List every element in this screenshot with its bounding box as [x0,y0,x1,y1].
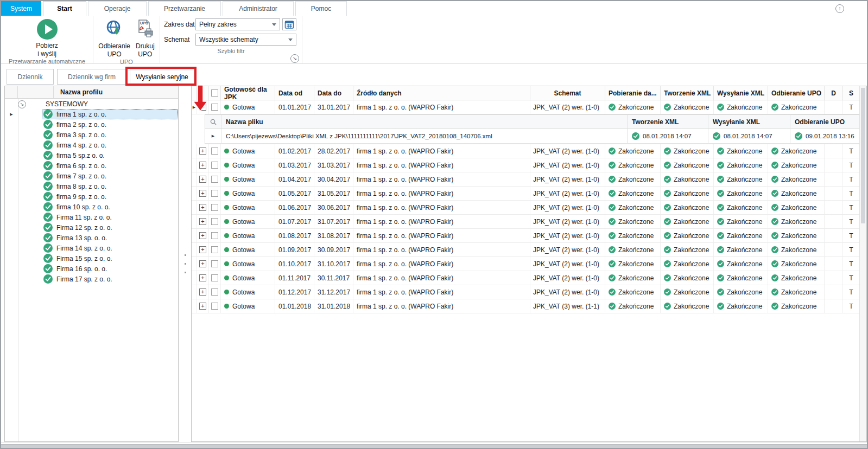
tab-przetwarzanie[interactable]: Przetwarzanie [148,1,221,16]
row-checkbox[interactable] [211,303,218,310]
profile-row[interactable]: Firma 16 sp. o. o. [5,264,178,274]
wysylanie-status-cell: Zakończone [714,257,768,271]
grid-row[interactable]: +Gotowa01.04.201730.04.2017firma 1 sp. z… [192,172,859,187]
profile-row[interactable]: firma 8 sp. z o. o. [5,181,178,191]
profile-row[interactable]: Firma 11 sp. z o. o. [5,212,178,222]
grid-row[interactable]: ▶−Gotowa01.01.201731.01.2017firma 1 sp. … [192,100,859,114]
grid-row[interactable]: +Gotowa01.07.201731.07.2017firma 1 sp. z… [192,215,859,229]
expand-row-button[interactable]: + [199,246,206,253]
wysylanie-status-cell: Zakończone [714,271,768,285]
panel-splitter[interactable] [179,86,191,442]
schemat-combobox[interactable]: Wszystkie schematy [195,34,296,46]
select-all-checkbox[interactable] [211,89,218,97]
profile-group-row[interactable]: ↘ SYSTEMOWY [5,99,178,109]
column-header-nazwa-pliku[interactable]: Nazwa pliku [221,115,628,129]
group-collapse-icon[interactable]: ↘ [18,100,26,108]
grid-row[interactable]: +Gotowa01.01.201831.01.2018firma 1 sp. z… [192,299,859,313]
column-header-odbieranie[interactable]: Odbieranie UPO [768,86,825,100]
profile-row[interactable]: firma 10 sp. z o. o. [5,202,178,212]
grid-row[interactable]: +Gotowa01.06.201730.06.2017firma 1 sp. z… [192,201,859,215]
grid-row[interactable]: +Gotowa01.10.201731.10.2017firma 1 sp. z… [192,257,859,271]
column-header-d[interactable]: D [825,86,843,100]
row-checkbox[interactable] [211,104,218,111]
pobierz-i-wyslij-button[interactable]: Pobierzi wyślij [36,19,58,58]
profile-row[interactable]: Firma 14 sp. z o. o. [5,243,178,253]
column-header-s[interactable]: S [843,86,859,100]
ribbon-collapse-icon[interactable]: ↑ [835,4,844,13]
column-header-detail-tworzenie[interactable]: Tworzenie XML [628,115,708,129]
zakres-dat-combobox[interactable]: Pełny zakres [195,18,280,30]
expand-row-button[interactable]: + [199,162,206,169]
row-checkbox[interactable] [211,190,218,197]
grid-row[interactable]: +Gotowa01.05.201731.05.2017firma 1 sp. z… [192,187,859,201]
expand-row-button[interactable]: + [199,260,206,267]
expand-row-button[interactable]: + [199,176,206,183]
profile-row[interactable]: firma 2 sp. z o. o. [5,119,178,130]
profile-row[interactable]: Firma 17 sp. z o. o. [5,274,178,284]
column-header-gotowosc[interactable]: Gotowość dla JPK [221,86,275,100]
profile-row[interactable]: firma 4 sp. z o. o. [5,140,178,150]
expand-row-button[interactable]: + [199,288,206,296]
expand-row-button[interactable]: + [199,274,206,281]
grid-row[interactable]: +Gotowa01.11.201730.11.2017firma 1 sp. z… [192,271,859,285]
row-checkbox[interactable] [211,246,218,253]
column-header-data-do[interactable]: Data do [314,86,353,100]
column-header-wysylanie[interactable]: Wysyłanie XML [714,86,768,100]
grid-row[interactable]: +Gotowa01.09.201730.09.2017firma 1 sp. z… [192,243,859,257]
expand-row-button[interactable]: + [199,232,206,239]
row-checkbox[interactable] [211,162,218,169]
column-header-zrodlo[interactable]: Źródło danych [353,86,530,100]
column-header-pobieranie[interactable]: Pobieranie da... [605,86,661,100]
profile-row[interactable]: Firma 13 sp. o. o. [5,233,178,243]
row-checkbox[interactable] [211,147,218,155]
column-header-detail-wysylanie[interactable]: Wysyłanie XML [708,115,790,129]
scrollbar-thumb[interactable] [861,88,865,223]
tab-pomoc[interactable]: Pomoc [295,1,347,16]
profile-row[interactable]: Firma 12 sp. z o. o. [5,222,178,233]
tab-dziennik[interactable]: Dziennik [7,69,54,85]
expand-row-button[interactable]: + [199,204,206,211]
column-header-data-od[interactable]: Data od [275,86,314,100]
profile-row[interactable]: firma 6 sp. z o. o. [5,161,178,171]
profile-row[interactable]: firma 3 sp. z o. o. [5,130,178,140]
profiles-column-header[interactable]: Nazwa profilu [54,88,178,96]
vertical-scrollbar[interactable] [859,86,866,441]
dialog-launcher-icon[interactable]: ↘ [290,54,299,63]
expand-row-button[interactable]: + [199,303,206,310]
column-header-schemat[interactable]: Schemat [530,86,605,100]
tab-administrator[interactable]: Administrator [223,1,294,16]
odbieranie-upo-button[interactable]: OdbieranieUPO [98,19,130,59]
drukuj-upo-button[interactable]: UPO DrukujUPO [136,19,155,59]
search-cell[interactable] [205,115,221,129]
profile-row[interactable]: firma 5 sp.z o. o. [5,150,178,161]
tab-start[interactable]: Start [43,1,86,16]
column-header-tworzenie[interactable]: Tworzenie XML [661,86,714,100]
indicator-header-cell [192,86,197,100]
row-checkbox[interactable] [211,218,218,225]
calendar-button[interactable] [282,18,296,30]
row-checkbox[interactable] [211,260,218,267]
row-checkbox[interactable] [211,274,218,281]
tab-wysylanie-seryjne[interactable]: Wysyłanie seryjne [130,69,194,85]
expand-row-button[interactable]: + [199,190,206,197]
profile-row[interactable]: firma 9 sp. z o. o. [5,191,178,202]
profile-row[interactable]: Firma 15 sp. z o. o. [5,253,178,264]
grid-row[interactable]: +Gotowa01.08.201731.08.2017firma 1 sp. z… [192,229,859,243]
grid-row[interactable]: +Gotowa01.02.201728.02.2017firma 1 sp. z… [192,144,859,158]
row-checkbox[interactable] [211,176,218,183]
tab-dziennik-wg-firm[interactable]: Dziennik wg firm [57,69,126,85]
profile-row[interactable]: ▶firma 1 sp. z o. o. [5,109,178,119]
row-checkbox[interactable] [211,288,218,296]
row-checkbox[interactable] [211,232,218,239]
profile-row[interactable]: firma 7 sp. z o. o. [5,171,178,181]
tab-system[interactable]: System [1,1,41,16]
grid-row[interactable]: +Gotowa01.03.201731.03.2017firma 1 sp. z… [192,158,859,172]
collapse-row-button[interactable]: − [199,104,206,111]
tab-operacje[interactable]: Operacje [88,1,147,16]
expand-row-button[interactable]: + [199,147,206,155]
expand-row-button[interactable]: + [199,218,206,225]
column-header-detail-odbieranie[interactable]: Odbieranie UPO [790,115,859,129]
detail-file-row[interactable]: ▶ C:\Users\pijezews\Desktop\Pliki XML z … [205,129,859,144]
row-checkbox[interactable] [211,204,218,211]
grid-row[interactable]: +Gotowa01.12.201731.12.2017firma 1 sp. z… [192,285,859,299]
